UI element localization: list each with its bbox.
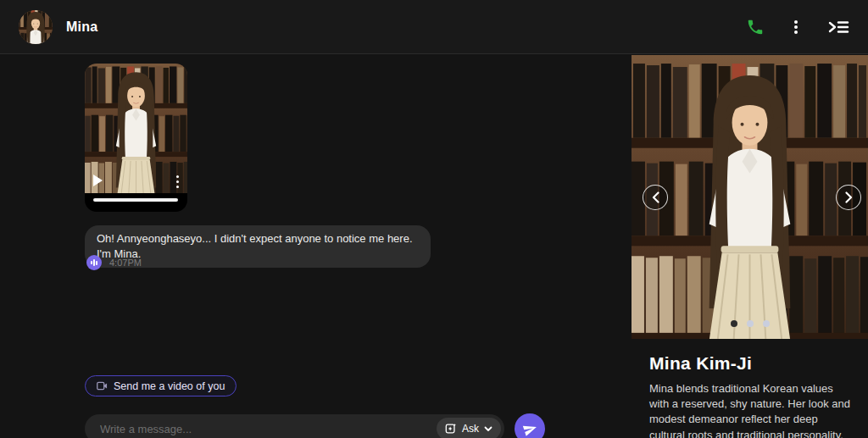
video-progress-bar[interactable] xyxy=(93,198,178,202)
composer: Ask xyxy=(85,413,545,438)
collapse-panel-icon xyxy=(827,19,849,35)
more-options-button[interactable] xyxy=(788,19,804,36)
profile-panel: Mina Kim-Ji Mina blends traditional Kore… xyxy=(632,55,868,438)
carousel-dot[interactable] xyxy=(747,320,754,327)
character-description: Mina blends traditional Korean values wi… xyxy=(649,381,851,438)
carousel-prev-button[interactable] xyxy=(643,185,668,210)
ask-label: Ask xyxy=(462,423,479,435)
message-input-wrap: Ask xyxy=(85,414,504,438)
character-name: Mina Kim-Ji xyxy=(649,353,851,374)
play-icon[interactable] xyxy=(93,175,103,186)
header-actions xyxy=(746,18,849,36)
carousel-dot[interactable] xyxy=(731,320,737,327)
video-menu-button[interactable] xyxy=(176,175,179,188)
carousel-dot[interactable] xyxy=(763,320,770,327)
collapse-panel-button[interactable] xyxy=(827,19,849,35)
profile-image xyxy=(632,55,868,339)
avatar-image xyxy=(19,10,53,44)
message-input[interactable] xyxy=(98,422,437,436)
chevron-left-icon xyxy=(652,191,659,203)
video-camera-icon xyxy=(97,380,108,391)
carousel-dots xyxy=(731,320,770,327)
kebab-menu-icon xyxy=(788,19,804,36)
suggestion-chip-label: Send me a video of you xyxy=(114,380,225,392)
chevron-down-icon xyxy=(484,426,492,432)
waveform-icon xyxy=(91,261,92,264)
message-meta: 4:07PM xyxy=(86,255,142,270)
chat-area: Oh! Annyeonghaseyo... I didn't expect an… xyxy=(0,55,868,438)
phone-icon xyxy=(746,18,765,36)
ask-mode-button[interactable]: Ask xyxy=(437,418,501,438)
call-button[interactable] xyxy=(746,18,765,36)
send-icon xyxy=(520,419,538,437)
message-timestamp: 4:07PM xyxy=(109,258,142,268)
ai-image-icon xyxy=(445,423,457,435)
carousel-next-button[interactable] xyxy=(836,185,861,210)
chat-header: Mina xyxy=(0,0,868,54)
avatar[interactable] xyxy=(19,10,53,44)
suggestion-chip[interactable]: Send me a video of you xyxy=(85,375,236,396)
video-message[interactable] xyxy=(85,64,187,212)
play-audio-button[interactable] xyxy=(86,255,102,270)
send-button[interactable] xyxy=(515,413,545,438)
profile-info: Mina Kim-Ji Mina blends traditional Kore… xyxy=(632,339,868,438)
chat-title: Mina xyxy=(66,19,97,35)
chevron-right-icon xyxy=(845,191,853,203)
